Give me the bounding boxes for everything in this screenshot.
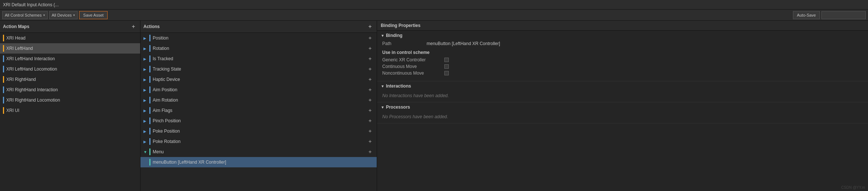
add-binding-poke-position[interactable]: ＋ xyxy=(366,127,374,135)
add-binding-poke-rotation[interactable]: ＋ xyxy=(366,138,374,145)
add-binding-aim-position[interactable]: ＋ xyxy=(366,86,374,93)
action-maps-header: Action Maps + xyxy=(0,21,140,33)
map-item-label-xri-lefthand-interaction: XRI LeftHand Interaction xyxy=(6,56,55,61)
action-item-aim-rotation[interactable]: ▶ Aim Rotation ＋ xyxy=(140,95,377,105)
action-label-pinch-position: Pinch Position xyxy=(153,118,181,123)
action-label-aim-rotation: Aim Rotation xyxy=(153,98,178,103)
action-item-tracking-state[interactable]: ▶ Tracking State ＋ xyxy=(140,64,377,74)
action-item-menu[interactable]: ▼ Menu ＋ xyxy=(140,147,377,157)
processors-empty-text: No Processors have been added. xyxy=(381,113,864,121)
add-binding-haptic-device[interactable]: ＋ xyxy=(366,76,374,83)
action-item-position[interactable]: ▶ Position ＋ xyxy=(140,33,377,43)
scheme-label-generic: Generic XR Controller xyxy=(382,57,441,62)
search-input[interactable] xyxy=(821,11,866,19)
action-color-aim-flags xyxy=(149,107,150,114)
add-binding-aim-flags[interactable]: ＋ xyxy=(366,107,374,114)
control-schemes-arrow-icon: ▾ xyxy=(43,13,45,17)
action-color-aim-rotation xyxy=(149,97,150,103)
binding-section: ▼ Binding Path menuButton [LeftHand XR C… xyxy=(377,31,868,81)
action-label-menu: Menu xyxy=(153,149,164,154)
main-layout: Action Maps + XRI Head XRI LeftHand XRI … xyxy=(0,21,868,191)
map-item-xri-lefthand-interaction[interactable]: XRI LeftHand Interaction xyxy=(0,54,140,64)
processors-section-title: Processors xyxy=(386,105,410,110)
processors-arrow-icon: ▼ xyxy=(381,105,384,109)
map-color-xri-lefthand xyxy=(3,45,4,52)
map-item-xri-head[interactable]: XRI Head xyxy=(0,33,140,43)
save-asset-button[interactable]: Save Asset xyxy=(79,11,108,19)
devices-dropdown[interactable]: All Devices ▾ xyxy=(49,11,78,19)
scheme-label-continuous: Continuous Move xyxy=(382,64,441,69)
add-binding-aim-rotation[interactable]: ＋ xyxy=(366,96,374,104)
action-item-aim-position[interactable]: ▶ Aim Position ＋ xyxy=(140,85,377,95)
map-item-label-xri-righthand-interaction: XRI RightHand Interaction xyxy=(6,87,58,92)
use-in-scheme-title: Use in control scheme xyxy=(382,50,863,55)
action-arrow-poke-position: ▶ xyxy=(143,129,147,133)
action-item-haptic-device[interactable]: ▶ Haptic Device ＋ xyxy=(140,74,377,85)
add-binding-is-tracked[interactable]: ＋ xyxy=(366,55,374,62)
action-arrow-tracking-state: ▶ xyxy=(143,67,147,71)
add-action-button[interactable]: + xyxy=(366,23,374,30)
add-binding-pinch-position[interactable]: ＋ xyxy=(366,117,374,125)
map-item-xri-ui[interactable]: XRI UI xyxy=(0,105,140,116)
actions-header: Actions + xyxy=(140,21,377,33)
processors-section-header: ▼ Processors xyxy=(381,105,864,110)
add-binding-menu[interactable]: ＋ xyxy=(366,148,374,156)
watermark: CSDN @YY.m xyxy=(841,185,865,190)
action-sub-item-menu-button[interactable]: menuButton [LeftHand XR Controller] xyxy=(140,157,377,167)
toolbar: All Control Schemes ▾ All Devices ▾ Save… xyxy=(0,10,868,21)
auto-save-area: Auto-Save xyxy=(793,11,866,19)
map-item-xri-lefthand-locomotion[interactable]: XRI LeftHand Locomotion xyxy=(0,64,140,74)
map-item-label-xri-lefthand-locomotion: XRI LeftHand Locomotion xyxy=(6,66,57,72)
map-color-xri-righthand-locomotion xyxy=(3,97,4,103)
action-arrow-menu: ▼ xyxy=(143,150,147,154)
actions-panel: Actions + ▶ Position ＋ ▶ Rotation ＋ ▶ xyxy=(140,21,377,191)
add-binding-tracking-state[interactable]: ＋ xyxy=(366,65,374,73)
action-item-is-tracked[interactable]: ▶ Is Tracked ＋ xyxy=(140,54,377,64)
map-item-label-xri-head: XRI Head xyxy=(6,35,26,41)
auto-save-button[interactable]: Auto-Save xyxy=(793,11,820,19)
action-arrow-pinch-position: ▶ xyxy=(143,119,147,123)
map-item-xri-righthand[interactable]: XRI RightHand xyxy=(0,74,140,85)
binding-path-key: Path xyxy=(382,41,427,46)
action-maps-title: Action Maps xyxy=(3,24,29,29)
scheme-checkbox-generic[interactable] xyxy=(444,58,449,62)
action-color-pinch-position xyxy=(149,117,150,124)
action-item-poke-position[interactable]: ▶ Poke Position ＋ xyxy=(140,126,377,136)
scheme-checkbox-continuous[interactable] xyxy=(444,64,449,69)
action-maps-list: XRI Head XRI LeftHand XRI LeftHand Inter… xyxy=(0,33,140,191)
action-item-poke-rotation[interactable]: ▶ Poke Rotation ＋ xyxy=(140,136,377,147)
action-label-rotation: Rotation xyxy=(153,46,169,51)
action-label-aim-position: Aim Position xyxy=(153,87,177,92)
sub-color-menu-button xyxy=(149,159,150,166)
action-color-menu xyxy=(149,149,150,155)
use-in-control-scheme: Use in control scheme Generic XR Control… xyxy=(381,48,864,79)
action-color-poke-position xyxy=(149,128,150,134)
map-item-xri-righthand-interaction[interactable]: XRI RightHand Interaction xyxy=(0,85,140,95)
control-schemes-dropdown[interactable]: All Control Schemes ▾ xyxy=(2,11,48,19)
map-color-xri-lefthand-locomotion xyxy=(3,66,4,72)
scheme-label-noncontinuous: Noncontinuous Move xyxy=(382,71,441,76)
scheme-row-noncontinuous: Noncontinuous Move xyxy=(382,71,863,76)
map-item-label-xri-righthand-locomotion: XRI RightHand Locomotion xyxy=(6,98,60,103)
sub-action-label-menu-button: menuButton [LeftHand XR Controller] xyxy=(153,160,226,165)
add-binding-rotation[interactable]: ＋ xyxy=(366,45,374,52)
map-color-xri-head xyxy=(3,35,4,41)
map-item-xri-righthand-locomotion[interactable]: XRI RightHand Locomotion xyxy=(0,95,140,105)
action-item-aim-flags[interactable]: ▶ Aim Flags ＋ xyxy=(140,105,377,116)
map-item-label-xri-ui: XRI UI xyxy=(6,108,19,113)
action-item-pinch-position[interactable]: ▶ Pinch Position ＋ xyxy=(140,116,377,126)
action-color-haptic-device xyxy=(149,76,150,83)
add-binding-position[interactable]: ＋ xyxy=(366,34,374,42)
action-label-position: Position xyxy=(153,35,169,41)
action-arrow-rotation: ▶ xyxy=(143,47,147,51)
scheme-checkbox-noncontinuous[interactable] xyxy=(444,71,449,75)
map-item-xri-lefthand[interactable]: XRI LeftHand xyxy=(0,43,140,54)
action-arrow-haptic-device: ▶ xyxy=(143,78,147,82)
interactions-arrow-icon: ▼ xyxy=(381,84,384,88)
interactions-section-header: ▼ Interactions xyxy=(381,83,864,89)
devices-label: All Devices xyxy=(52,13,72,17)
action-maps-panel: Action Maps + XRI Head XRI LeftHand XRI … xyxy=(0,21,140,191)
action-color-poke-rotation xyxy=(149,138,150,145)
add-action-map-button[interactable]: + xyxy=(130,23,137,30)
action-item-rotation[interactable]: ▶ Rotation ＋ xyxy=(140,43,377,54)
